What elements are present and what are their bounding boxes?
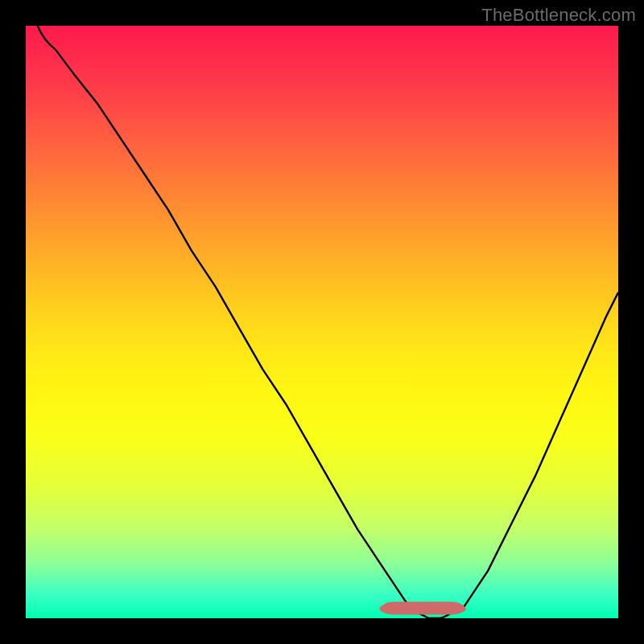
chart-overlay [26,26,618,618]
watermark-label: TheBottleneck.com [481,5,636,26]
bottleneck-curve [38,26,618,618]
chart-area [26,26,618,618]
sweet-spot-band [380,602,466,614]
